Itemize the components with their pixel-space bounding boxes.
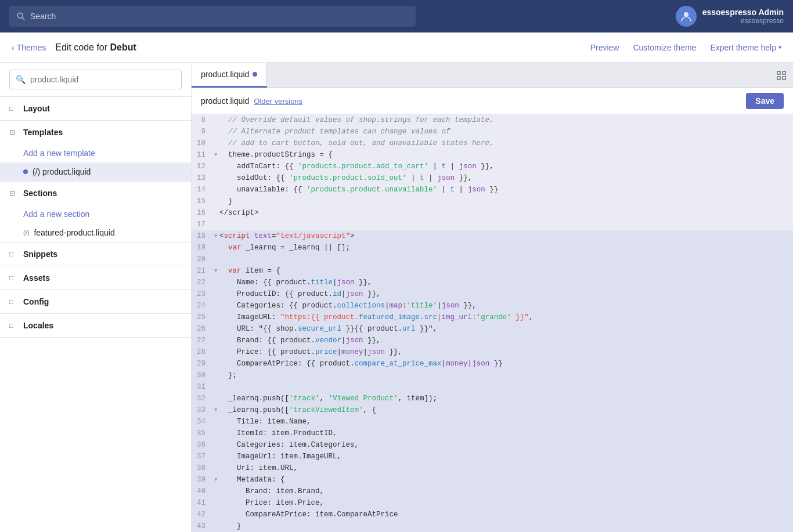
sidebar-section-layout-header[interactable]: □ Layout: [0, 97, 191, 120]
table-row-highlighted: 31: [192, 381, 793, 393]
assets-label: Assets: [23, 273, 50, 283]
code-editor[interactable]: 8 // Override default values of shop.str…: [192, 114, 793, 532]
user-info: essoespresso Admin essoespresso: [702, 8, 784, 25]
table-row: 15 }: [192, 196, 793, 207]
sidebar-section-layout: □ Layout: [0, 97, 191, 121]
table-row-highlighted: 28 Price: {{ product.price|money|json }}…: [192, 346, 793, 358]
back-to-themes-link[interactable]: ‹ Themes: [12, 43, 46, 52]
svg-rect-4: [783, 71, 785, 74]
sidebar-search: 🔍 product.liquid: [0, 63, 191, 97]
table-row-highlighted: 19 var _learnq = _learnq || [];: [192, 242, 793, 254]
tab-modified-dot: [253, 72, 257, 77]
table-row: 10 // add to cart button, sold out, and …: [192, 137, 793, 149]
add-new-section-link[interactable]: Add a new section: [0, 205, 191, 223]
table-row: 14 unavailable: {{ 'products.product.una…: [192, 184, 793, 196]
customize-theme-link[interactable]: Customize theme: [633, 43, 696, 52]
table-row-highlighted: 21 ▾ var item = {: [192, 265, 793, 277]
svg-rect-6: [783, 77, 785, 79]
older-versions-link[interactable]: Older versions: [254, 97, 302, 106]
editor-area: product.liquid product.liquid Older vers…: [192, 63, 793, 532]
table-row-highlighted: 36 Categories: item.Categories,: [192, 439, 793, 451]
line-number: 8: [192, 114, 212, 126]
table-row-highlighted: 39 ▾ Metadata: {: [192, 474, 793, 486]
dropdown-arrow-icon: ▾: [778, 44, 781, 50]
top-bar: Search essoespresso Admin essoespresso: [0, 0, 793, 32]
locales-label: Locales: [23, 321, 53, 330]
add-new-template-link[interactable]: Add a new template: [0, 144, 191, 162]
sidebar-section-config-header[interactable]: □ Config: [0, 290, 191, 313]
config-label: Config: [23, 297, 49, 306]
user-name: essoespresso Admin: [702, 8, 784, 17]
svg-point-2: [684, 12, 689, 17]
table-row-highlighted: 29 CompareAtPrice: {{ product.compare_at…: [192, 358, 793, 370]
sidebar-section-sections: ⊡ Sections Add a new section (/) feature…: [0, 182, 191, 243]
table-row-highlighted: 38 Url: item.URL,: [192, 462, 793, 474]
svg-line-1: [22, 17, 24, 20]
sidebar-section-sections-header[interactable]: ⊡ Sections: [0, 182, 191, 205]
tab-bar: product.liquid: [192, 63, 793, 88]
table-row: 8 // Override default values of shop.str…: [192, 114, 793, 126]
tab-label: product.liquid: [201, 70, 249, 79]
table-row: 17: [192, 219, 793, 230]
back-arrow-icon: ‹: [12, 43, 15, 52]
nav-right: Preview Customize theme Expert theme hel…: [590, 43, 781, 52]
snippets-label: Snippets: [23, 249, 57, 259]
layout-label: Layout: [23, 104, 50, 113]
sidebar-section-config: □ Config: [0, 290, 191, 314]
sidebar-section-locales-header[interactable]: □ Locales: [0, 314, 191, 337]
table-row-highlighted: 23 ProductID: {{ product.id|json }},: [192, 288, 793, 300]
sidebar-section-locales: □ Locales: [0, 314, 191, 338]
table-row-highlighted: 22 Name: {{ product.title|json }},: [192, 277, 793, 288]
avatar: [676, 6, 697, 27]
table-row-highlighted: 42 CompareAtPrice: item.CompareAtPrice: [192, 509, 793, 520]
table-row-highlighted: 30 };: [192, 370, 793, 381]
sidebar-section-assets: □ Assets: [0, 266, 191, 290]
templates-label: Templates: [23, 128, 63, 137]
editor-filename: product.liquid: [201, 96, 249, 106]
file-name-featured-product: featured-product.liquid: [34, 228, 114, 237]
table-row: 16 </script>: [192, 207, 793, 219]
table-row: 13 soldOut: {{ 'products.product.sold_ou…: [192, 172, 793, 184]
svg-rect-5: [777, 77, 780, 79]
user-area: essoespresso Admin essoespresso: [676, 6, 784, 27]
back-label: Themes: [17, 43, 46, 52]
templates-section-icon: ⊡: [9, 128, 19, 136]
file-item-product-liquid[interactable]: (/) product.liquid: [0, 162, 191, 181]
locales-section-icon: □: [9, 321, 19, 330]
sidebar-section-templates: ⊡ Templates Add a new template (/) produ…: [0, 121, 191, 182]
sidebar-search-value[interactable]: product.liquid: [30, 75, 78, 84]
sections-label: Sections: [23, 189, 57, 198]
save-button[interactable]: Save: [746, 93, 784, 109]
code-table: 8 // Override default values of shop.str…: [192, 114, 793, 532]
assets-section-icon: □: [9, 274, 19, 282]
table-row-highlighted: 26 URL: "{{ shop.secure_url }}{{ product…: [192, 323, 793, 335]
table-row-highlighted: 18 ▾ <script text="text/javascript">: [192, 230, 793, 242]
sidebar-section-snippets-header[interactable]: □ Snippets: [0, 243, 191, 266]
sidebar-section-snippets: □ Snippets: [0, 243, 191, 266]
sidebar-section-templates-header[interactable]: ⊡ Templates: [0, 121, 191, 144]
sidebar-section-assets-header[interactable]: □ Assets: [0, 266, 191, 289]
table-row-highlighted: 27 Brand: {{ product.vendor|json }},: [192, 335, 793, 346]
tab-product-liquid[interactable]: product.liquid: [192, 63, 267, 88]
table-row-highlighted: 20: [192, 254, 793, 265]
sidebar-search-icon: 🔍: [16, 75, 26, 84]
search-box[interactable]: Search: [9, 6, 416, 27]
sidebar-search-box[interactable]: 🔍 product.liquid: [9, 70, 182, 89]
table-row-highlighted: 37 ImageUrl: item.ImageURL,: [192, 451, 793, 462]
preview-link[interactable]: Preview: [590, 43, 619, 52]
search-input[interactable]: Search: [30, 12, 56, 21]
table-row: 12 addToCart: {{ 'products.product.add_t…: [192, 161, 793, 172]
editor-header: product.liquid Older versions Save: [192, 88, 793, 114]
layout-section-icon: □: [9, 104, 19, 113]
expand-icon[interactable]: [770, 63, 793, 88]
file-item-featured-product[interactable]: (/) featured-product.liquid: [0, 223, 191, 242]
active-dot: [23, 169, 28, 174]
table-row-highlighted: 43 }: [192, 520, 793, 532]
search-icon: [16, 12, 26, 21]
line-content: // Override default values of shop.strin…: [219, 114, 793, 126]
table-row-highlighted: 25 ImageURL: "https:{{ product.featured_…: [192, 312, 793, 323]
expert-help-link[interactable]: Expert theme help ▾: [710, 43, 781, 52]
main-layout: 🔍 product.liquid □ Layout ⊡ Templates Ad…: [0, 63, 793, 532]
sidebar: 🔍 product.liquid □ Layout ⊡ Templates Ad…: [0, 63, 192, 532]
table-row-highlighted: 41 Price: item.Price,: [192, 497, 793, 509]
